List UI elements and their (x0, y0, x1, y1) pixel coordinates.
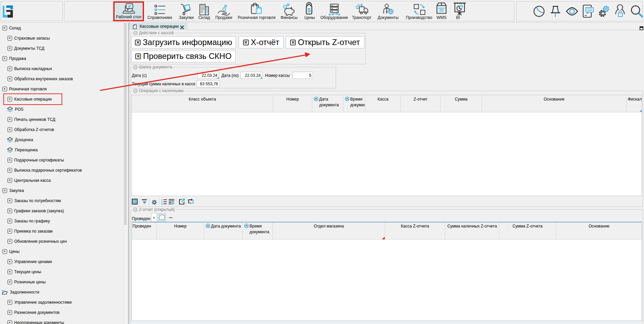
svg-text:$: $ (307, 7, 311, 14)
svg-text:3: 3 (161, 203, 163, 205)
